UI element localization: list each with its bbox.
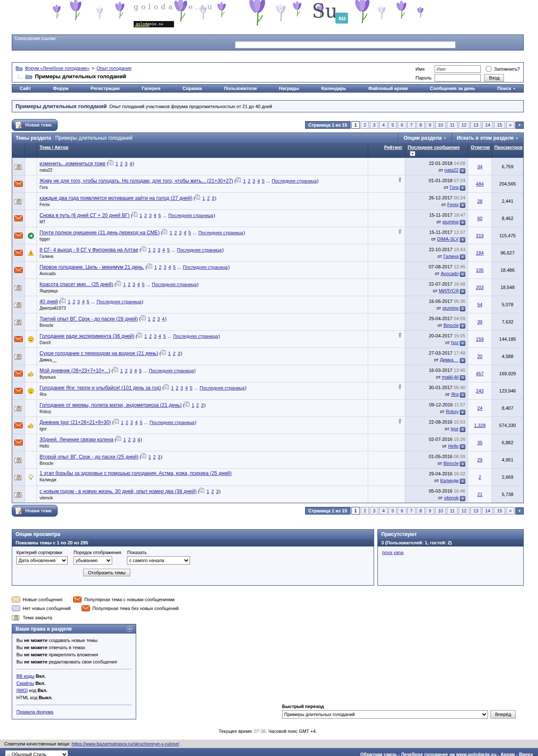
next-page-link[interactable]: >	[506, 507, 514, 515]
show-select[interactable]: с самого начала	[127, 556, 190, 565]
thread-page-link[interactable]: 3	[179, 230, 182, 235]
thread-page-link[interactable]: 4	[82, 299, 84, 304]
page-link-3[interactable]: 3	[370, 507, 378, 515]
last-page-link[interactable]: Последняя страница	[149, 368, 194, 373]
thread-page-link[interactable]: 4	[168, 265, 171, 270]
page-link-12[interactable]: 12	[459, 121, 469, 129]
last-page-link[interactable]: Последняя страница	[173, 334, 218, 339]
thread-page-link[interactable]: 2	[128, 437, 131, 442]
next-page-link[interactable]: >	[506, 121, 514, 129]
page-jump-dropdown[interactable]: ▼	[515, 122, 524, 129]
replies-count-link[interactable]: 105	[476, 268, 483, 273]
replies-count-link[interactable]: 2	[478, 475, 481, 480]
goto-last-post-icon[interactable]: »	[460, 237, 465, 242]
thread-title-link[interactable]: Сухое голодание с переходом на водное (2…	[40, 350, 158, 356]
last-poster-link[interactable]: maikl-jkl	[442, 374, 459, 379]
nav-item-Файловый архив[interactable]: Файловый архив	[368, 86, 408, 91]
last-poster-link[interactable]: Яга	[451, 392, 459, 397]
nav-item-Награды[interactable]: Награды	[279, 86, 299, 91]
replies-count-link[interactable]: 39	[477, 319, 482, 324]
thread-page-link[interactable]: 1	[171, 385, 174, 390]
style-select[interactable]: -- Обычный Стиль	[5, 750, 68, 756]
replies-count-link[interactable]: 60	[477, 216, 482, 221]
thread-page-link[interactable]: 4	[129, 161, 132, 166]
page-link-8[interactable]: 8	[417, 121, 425, 129]
last-poster-link[interactable]: vitenok	[444, 495, 459, 500]
page-link-7[interactable]: 7	[407, 121, 416, 129]
goto-last-post-icon[interactable]: »	[460, 272, 465, 277]
display-threads-button[interactable]: Отобразить темы	[83, 569, 130, 576]
last-poster-link[interactable]: Binocle	[443, 323, 459, 328]
thread-title-link[interactable]: Голодание ради эксперимента (36 дней)	[40, 333, 134, 339]
goto-last-post-icon[interactable]: »	[460, 496, 465, 501]
last-poster-link[interactable]: piumina	[442, 219, 459, 224]
thread-page-link[interactable]: 5	[173, 265, 176, 270]
col-views[interactable]: Просмотров	[494, 145, 522, 150]
goto-last-post-icon[interactable]: »	[460, 203, 465, 208]
page-link-9[interactable]: 9	[426, 121, 434, 129]
search-in-forum-dropdown[interactable]: Искать в этом разделе▼	[451, 133, 523, 143]
goto-last-post-icon[interactable]: »	[460, 427, 465, 432]
page-link-11[interactable]: 11	[447, 507, 457, 515]
last-poster-link[interactable]: Hello	[448, 443, 459, 448]
nav-item-Пользователи[interactable]: Пользователи	[224, 86, 257, 91]
replies-count-link[interactable]: 457	[476, 371, 483, 376]
replies-count-link[interactable]: 29	[477, 457, 482, 462]
order-select[interactable]: убыванию	[74, 556, 112, 565]
thread-title-link[interactable]: Почти полное очищение (21 день,переход н…	[40, 230, 160, 236]
last-page-link[interactable]: Последняя страница	[97, 299, 142, 304]
thread-title-link[interactable]: 1 этап борьбы за здоровье с помощью голо…	[40, 470, 232, 476]
paperclip-icon[interactable]	[398, 419, 402, 425]
quick-jump-go-button[interactable]: Вперёд	[491, 710, 516, 719]
last-poster-link[interactable]: piumina	[442, 305, 459, 310]
thread-page-link[interactable]: 2	[174, 230, 177, 235]
page-link-5[interactable]: 5	[388, 507, 397, 515]
thread-page-link[interactable]: 2	[196, 403, 199, 408]
thread-page-link[interactable]: 4	[137, 437, 140, 442]
nav-item-Календарь[interactable]: Календарь	[321, 86, 346, 91]
last-poster-link[interactable]: Калинди	[440, 478, 459, 483]
last-poster-link[interactable]: hoz	[451, 340, 459, 345]
page-link-10[interactable]: 10	[435, 507, 446, 515]
thread-page-link[interactable]: 3	[177, 351, 180, 356]
replies-count-link[interactable]: 28	[477, 199, 482, 204]
remember-checkbox[interactable]	[486, 66, 491, 72]
page-link-14[interactable]: 14	[482, 507, 493, 515]
thread-page-link[interactable]: 5	[262, 178, 264, 183]
nav-item-Справка[interactable]: Справка	[182, 86, 202, 91]
thread-page-link[interactable]: 2	[144, 213, 147, 218]
thread-page-link[interactable]: 1	[148, 247, 151, 252]
page-link-7[interactable]: 7	[407, 507, 416, 515]
goto-last-post-icon[interactable]: »	[460, 410, 465, 415]
thread-page-link[interactable]: 3	[158, 454, 160, 459]
page-link-15[interactable]: 15	[494, 121, 505, 129]
goto-last-post-icon[interactable]: »	[460, 393, 465, 398]
thread-page-link[interactable]: 3	[201, 403, 203, 408]
paperclip-icon[interactable]	[398, 384, 402, 390]
page-link-8[interactable]: 8	[417, 507, 425, 515]
thread-page-link[interactable]: 1	[124, 437, 126, 442]
last-poster-link[interactable]: Avocado	[440, 271, 459, 276]
last-poster-link[interactable]: Димка__	[440, 357, 459, 362]
nav-item-Галерея[interactable]: Галерея	[142, 86, 160, 91]
page-link-5[interactable]: 5	[388, 121, 397, 129]
thread-title-link[interactable]: Живу не для того, чтобы голодать. Но гол…	[40, 178, 233, 184]
page-link-2[interactable]: 2	[361, 121, 369, 129]
breadcrumb-root-link[interactable]: Форум «Лечебное голодание»	[25, 65, 90, 72]
nav-item-Сайт[interactable]: Сайт	[20, 86, 31, 91]
thread-page-link[interactable]: 1	[120, 368, 123, 373]
thread-page-link[interactable]: 1	[121, 420, 124, 425]
replies-count-link[interactable]: 35	[477, 440, 482, 445]
last-page-link[interactable]: Последняя страница	[272, 178, 317, 183]
thread-page-link[interactable]: 2	[128, 282, 130, 287]
thread-page-link[interactable]: 1	[192, 403, 194, 408]
col-topic-author[interactable]: Тема / Автор	[40, 145, 69, 150]
last-page-link[interactable]: Последняя страница	[152, 282, 197, 287]
thread-page-link[interactable]: 4	[184, 230, 186, 235]
thread-page-link[interactable]: 3	[164, 265, 166, 270]
col-replies[interactable]: Ответов	[471, 145, 490, 150]
thread-page-link[interactable]: 3	[149, 213, 151, 218]
sort-desc-icon[interactable]: ▼	[410, 151, 415, 156]
goto-last-post-icon[interactable]: »	[460, 255, 465, 260]
replies-count-link[interactable]: 484	[476, 181, 483, 186]
